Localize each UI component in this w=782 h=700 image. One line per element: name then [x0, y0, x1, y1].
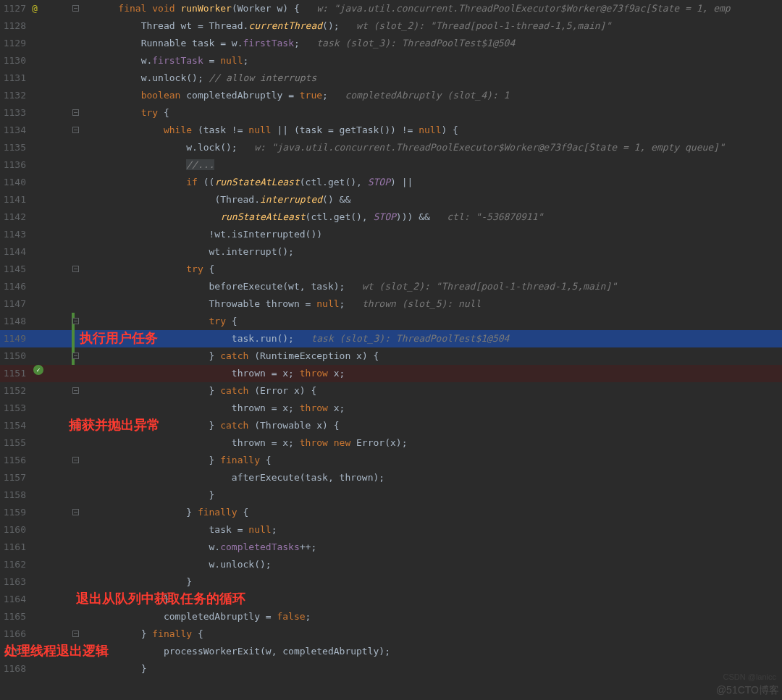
line-number: 1130	[0, 52, 32, 69]
inline-hint: ctl: "-536870911"	[447, 211, 543, 222]
breakpoint-verified-icon[interactable]: ✓	[33, 365, 43, 375]
code-editor[interactable]: 1127 @ final void runWorker(Worker w) { …	[0, 0, 782, 678]
code-line[interactable]: 1168 }	[0, 660, 782, 678]
code-line[interactable]: 1142 runStateAtLeast(ctl.get(), STOP))) …	[0, 208, 782, 226]
code-line[interactable]: 1150 } catch (RuntimeException x) {	[0, 347, 782, 365]
line-number: 1144	[0, 243, 32, 261]
line-number: 1146	[0, 278, 32, 295]
line-number: 1133	[0, 104, 32, 122]
inline-hint: wt (slot_2): "Thread[pool-1-thread-1,5,m…	[356, 20, 611, 31]
code-line[interactable]: 1147 Throwable thrown = null; thrown (sl…	[0, 295, 782, 313]
line-number: 1166	[0, 625, 32, 643]
code-line[interactable]: 1166 } finally {	[0, 625, 782, 643]
code-line[interactable]: 1167 处理线程退出逻辑 processWorkerExit(w, compl…	[0, 643, 782, 660]
inline-hint: task (slot_3): ThreadPoolTest$1@504	[311, 333, 509, 344]
fold-marker-icon[interactable]	[72, 5, 79, 12]
fold-marker-icon[interactable]	[72, 387, 79, 394]
line-number: 1127	[0, 0, 32, 17]
code-line-current[interactable]: 1149 执行用户任务 task.run(); task (slot_3): T…	[0, 330, 782, 347]
line-number: 1156	[0, 452, 32, 469]
code-line[interactable]: 1146 beforeExecute(wt, task); wt (slot_2…	[0, 278, 782, 295]
line-number: 1143	[0, 226, 32, 243]
fold-marker-icon[interactable]	[72, 127, 79, 133]
line-number: 1153	[0, 400, 32, 417]
fold-marker-icon[interactable]	[72, 457, 79, 463]
code-line[interactable]: 1128 Thread wt = Thread.currentThread();…	[0, 17, 782, 35]
inline-hint: task (slot_3): ThreadPoolTest$1@504	[316, 38, 515, 49]
code-line[interactable]: 1148 try {	[0, 313, 782, 330]
code-line[interactable]: 1161 w.completedTasks++;	[0, 539, 782, 556]
code-line[interactable]: 1157 afterExecute(task, thrown);	[0, 469, 782, 486]
line-number: 1136	[0, 156, 32, 174]
line-number: 1142	[0, 208, 32, 226]
code-line[interactable]: 1160 task = null;	[0, 521, 782, 539]
annotation-catch-throw: 捕获并抛出异常	[69, 416, 160, 434]
inline-hint: completedAbruptly (slot_4): 1	[345, 90, 509, 101]
code-line[interactable]: 1141 (Thread.interrupted() &&	[0, 191, 782, 208]
line-number: 1131	[0, 69, 32, 87]
line-number: 1162	[0, 556, 32, 573]
annotation-execute-user-task: 执行用户任务	[80, 329, 158, 347]
line-number: 1164	[0, 591, 32, 608]
line-number: 1129	[0, 35, 32, 52]
line-number: 1161	[0, 539, 32, 556]
fold-marker-icon[interactable]	[72, 109, 79, 116]
line-number: 1140	[0, 174, 32, 191]
code-line[interactable]: 1133 try {	[0, 104, 782, 122]
line-number: 1152	[0, 382, 32, 400]
line-number: 1134	[0, 122, 32, 139]
line-number: 1159	[0, 504, 32, 521]
fold-marker-icon[interactable]	[72, 509, 79, 515]
code-line[interactable]: 1158 }	[0, 486, 782, 504]
gutter-icons[interactable]: @	[32, 0, 72, 17]
line-number: 1128	[0, 17, 32, 35]
code-line[interactable]: 1129 Runnable task = w.firstTask; task (…	[0, 35, 782, 52]
line-number: 1132	[0, 87, 32, 104]
fold-marker-icon[interactable]	[72, 318, 79, 324]
inline-hint: w: "java.util.concurrent.ThreadPoolExecu…	[316, 3, 730, 14]
code-line[interactable]: 1136 //...	[0, 156, 782, 174]
code-line[interactable]: 1153 thrown = x; throw x;	[0, 400, 782, 417]
line-number: 1165	[0, 608, 32, 625]
line-number: 1141	[0, 191, 32, 208]
code-line[interactable]: 1165 completedAbruptly = false;	[0, 608, 782, 625]
annotation-exit-logic: 处理线程退出逻辑	[4, 642, 109, 659]
line-number: 1168	[0, 660, 32, 678]
line-number: 1163	[0, 573, 32, 591]
fold-marker-icon[interactable]	[72, 353, 79, 359]
code-line[interactable]: 1151 ✓ thrown = x; throw x;	[0, 365, 782, 382]
code-text[interactable]: final void runWorker(Worker w) { w: "jav…	[96, 0, 782, 17]
code-line[interactable]: 1163 }	[0, 573, 782, 591]
line-number: 1155	[0, 434, 32, 452]
override-icon: @	[32, 0, 38, 17]
fold-marker-icon[interactable]	[72, 266, 79, 272]
line-number: 1154	[0, 417, 32, 434]
code-line[interactable]: 1135 w.lock(); w: "java.util.concurrent.…	[0, 139, 782, 156]
code-line[interactable]: 1127 @ final void runWorker(Worker w) { …	[0, 0, 782, 17]
line-number: 1158	[0, 486, 32, 504]
code-line[interactable]: 1155 thrown = x; throw new Error(x);	[0, 434, 782, 452]
line-number: 1149	[0, 330, 32, 347]
inline-hint: wt (slot_2): "Thread[pool-1-thread-1,5,m…	[362, 281, 617, 292]
line-number: 1145	[0, 261, 32, 278]
line-number: 1135	[0, 139, 32, 156]
code-line[interactable]: 1132 boolean completedAbruptly = true; c…	[0, 87, 782, 104]
code-line[interactable]: 1156 } finally {	[0, 452, 782, 469]
line-number: 1147	[0, 295, 32, 313]
annotation-exit-loop: 退出从队列中获取任务的循环	[76, 590, 245, 607]
code-line[interactable]: 1131 w.unlock(); // allow interrupts	[0, 69, 782, 87]
code-line[interactable]: 1154 捕获并抛出异常 } catch (Throwable x) {	[0, 417, 782, 434]
line-number: 1150	[0, 347, 32, 365]
fold-marker-icon[interactable]	[72, 631, 79, 637]
code-line[interactable]: 1162 w.unlock();	[0, 556, 782, 573]
code-line[interactable]: 1164 退出从队列中获取任务的循环 }	[0, 591, 782, 608]
code-line[interactable]: 1145 try {	[0, 261, 782, 278]
inline-hint: thrown (slot_5): null	[362, 298, 481, 309]
code-line[interactable]: 1159 } finally {	[0, 504, 782, 521]
code-line[interactable]: 1143 !wt.isInterrupted())	[0, 226, 782, 243]
code-line[interactable]: 1140 if ((runStateAtLeast(ctl.get(), STO…	[0, 174, 782, 191]
code-line[interactable]: 1152 } catch (Error x) {	[0, 382, 782, 400]
code-line[interactable]: 1134 while (task != null || (task = getT…	[0, 122, 782, 139]
code-line[interactable]: 1144 wt.interrupt();	[0, 243, 782, 261]
code-line[interactable]: 1130 w.firstTask = null;	[0, 52, 782, 69]
